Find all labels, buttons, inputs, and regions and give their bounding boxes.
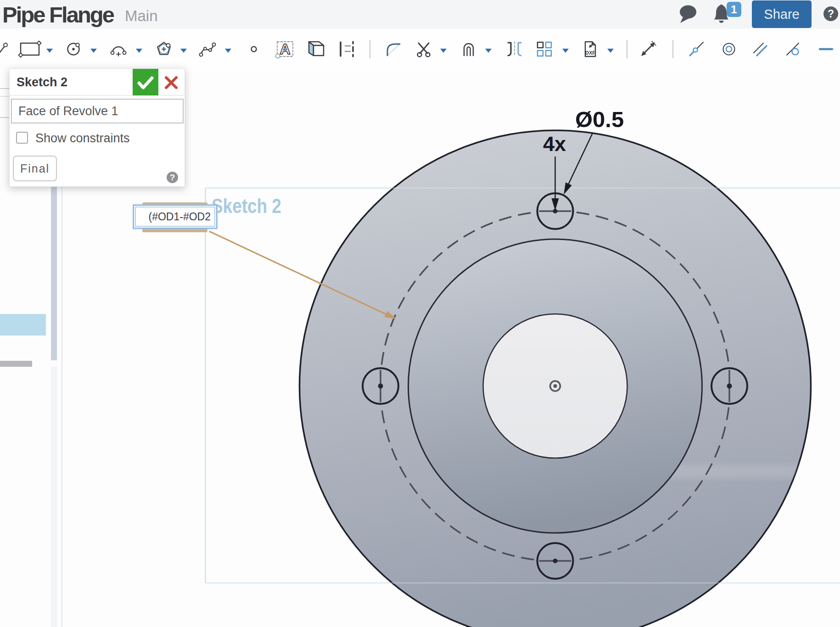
svg-text:A: A (280, 41, 290, 57)
svg-text:?: ? (828, 8, 834, 20)
svg-text:Ø0.5: Ø0.5 (575, 107, 624, 132)
svg-text:DXF: DXF (585, 50, 595, 56)
svg-text:4x: 4x (543, 132, 566, 156)
